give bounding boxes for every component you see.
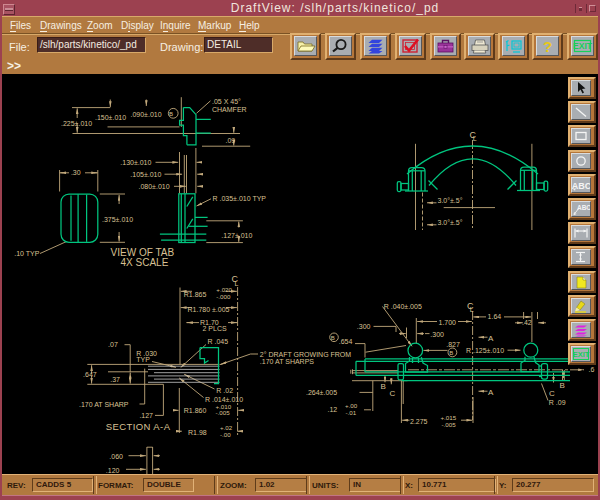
svg-text:.130±.010: .130±.010 xyxy=(120,159,151,166)
svg-text:.647: .647 xyxy=(83,371,97,378)
svg-text:.10 TYP: .10 TYP xyxy=(14,250,39,257)
svg-text:-.01: -.01 xyxy=(346,409,357,416)
svg-text:ABC: ABC xyxy=(577,204,590,211)
svg-text:.225±.010: .225±.010 xyxy=(61,120,92,127)
svg-text:1.64: 1.64 xyxy=(488,313,502,320)
svg-text:+.00: +.00 xyxy=(345,402,358,409)
svg-text:.080±.010: .080±.010 xyxy=(139,183,170,190)
svg-text:2 PLCS: 2 PLCS xyxy=(203,325,227,332)
svg-text:C: C xyxy=(549,389,555,398)
svg-text:SECTION A-A: SECTION A-A xyxy=(106,421,171,432)
svg-text:4X SCALE: 4X SCALE xyxy=(121,257,169,268)
svg-text:.300: .300 xyxy=(430,331,444,338)
svg-text:.05 X 45°: .05 X 45° xyxy=(212,98,241,105)
svg-text:.07: .07 xyxy=(108,341,118,348)
svg-text:R .09: R .09 xyxy=(549,399,566,406)
svg-text:R .035±.010 TYP: R .035±.010 TYP xyxy=(213,195,267,202)
svg-text:L: L xyxy=(473,135,477,142)
svg-text:+.015: +.015 xyxy=(441,414,457,421)
svg-text:.37: .37 xyxy=(110,376,120,383)
svg-text:CHAMFER: CHAMFER xyxy=(212,106,247,113)
svg-text:3.0°±.5°: 3.0°±.5° xyxy=(438,219,463,226)
svg-text:1.700: 1.700 xyxy=(439,319,457,326)
svg-text:-.005: -.005 xyxy=(216,409,231,416)
svg-text:-.00: -.00 xyxy=(220,431,231,438)
svg-text:L: L xyxy=(470,306,474,313)
svg-text:.827: .827 xyxy=(446,341,460,348)
svg-text:.375±.010: .375±.010 xyxy=(102,216,133,223)
svg-text:.127±.010: .127±.010 xyxy=(221,232,252,239)
svg-text:EXIT: EXIT xyxy=(573,350,590,359)
svg-text:.105±.010: .105±.010 xyxy=(130,171,161,178)
svg-text:B: B xyxy=(449,350,453,356)
svg-text:.170 AT SHARP: .170 AT SHARP xyxy=(79,401,129,408)
svg-text:C: C xyxy=(390,389,396,398)
svg-text:.264±.005: .264±.005 xyxy=(306,389,337,396)
svg-text:.6: .6 xyxy=(589,366,595,373)
svg-text:R1.860: R1.860 xyxy=(184,407,207,414)
svg-text:R .02: R .02 xyxy=(216,387,233,394)
svg-text:2.275: 2.275 xyxy=(410,418,428,425)
svg-text:-.000: -.000 xyxy=(216,293,231,300)
svg-text:.150±.010: .150±.010 xyxy=(95,114,126,121)
svg-text:2° DRAFT GROWING FROM: 2° DRAFT GROWING FROM xyxy=(260,351,352,358)
svg-text:R1.780 ±.005: R1.780 ±.005 xyxy=(188,306,230,313)
svg-text:3.0°±.5°: 3.0°±.5° xyxy=(438,197,463,204)
svg-text:-.005: -.005 xyxy=(442,421,457,428)
svg-text:.090±.010: .090±.010 xyxy=(131,111,162,118)
svg-text:.127: .127 xyxy=(139,412,153,419)
svg-text:R1.98: R1.98 xyxy=(188,429,207,436)
svg-text:.060: .060 xyxy=(109,453,123,460)
svg-text:A: A xyxy=(488,334,494,343)
svg-text:.120: .120 xyxy=(106,467,120,474)
svg-text:R1.865: R1.865 xyxy=(184,291,207,298)
svg-text:L: L xyxy=(234,280,238,287)
svg-text:R .125±.010: R .125±.010 xyxy=(466,347,504,354)
svg-text:.30: .30 xyxy=(71,169,81,176)
svg-text:.654: .654 xyxy=(339,338,353,345)
svg-text:R .045: R .045 xyxy=(208,338,229,345)
svg-text:.09: .09 xyxy=(226,137,236,144)
svg-text:.300: .300 xyxy=(357,323,371,330)
svg-text:.12: .12 xyxy=(328,406,338,413)
svg-text:A: A xyxy=(488,388,494,397)
svg-text:R .040±.005: R .040±.005 xyxy=(384,303,422,310)
svg-text:B: B xyxy=(381,382,386,391)
svg-text:TYP: TYP xyxy=(136,356,150,363)
svg-text:.42: .42 xyxy=(522,319,532,326)
svg-text:B: B xyxy=(560,381,565,390)
svg-text:.170 AT SHARPS: .170 AT SHARPS xyxy=(260,358,315,365)
